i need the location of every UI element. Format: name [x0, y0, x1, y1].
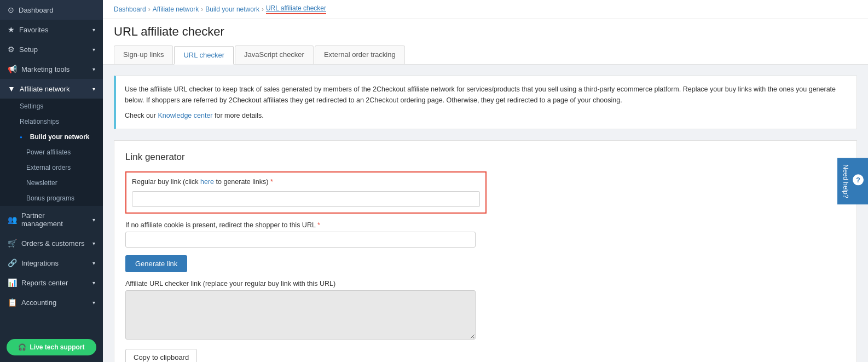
chevron-down-icon: ▾: [92, 240, 95, 246]
chevron-down-icon: ▾: [92, 47, 95, 53]
breadcrumb-sep: ›: [148, 5, 151, 13]
sidebar-item-power-affiliates[interactable]: Power affiliates: [0, 145, 103, 160]
sidebar-item-label: Reports center: [21, 279, 68, 287]
tab-external-order-tracking[interactable]: External order tracking: [315, 45, 405, 64]
copy-btn-container: Copy to clipboard: [125, 349, 846, 362]
tab-url-checker[interactable]: URL checker: [174, 46, 234, 65]
breadcrumb-sep: ›: [262, 5, 264, 13]
help-button[interactable]: ? Need help?: [837, 158, 868, 204]
form-section-title: Link generator: [125, 152, 846, 163]
breadcrumb-sep: ›: [201, 5, 203, 13]
sidebar-item-label: Dashboard: [19, 6, 54, 14]
sidebar-item-label: External orders: [26, 164, 71, 171]
live-support-button[interactable]: 🎧 Live tech support: [7, 339, 96, 355]
partner-icon: 👥: [8, 215, 17, 224]
sidebar-item-bonus-programs[interactable]: Bonus programs: [0, 191, 103, 206]
copy-to-clipboard-button[interactable]: Copy to clipboard: [125, 349, 197, 362]
breadcrumb-affiliate-network[interactable]: Affiliate network: [153, 5, 199, 13]
sidebar-item-label: Marketing tools: [21, 65, 70, 73]
knowledge-center-link[interactable]: Knowledge center: [158, 112, 212, 119]
support-icon: 🎧: [18, 343, 26, 351]
sidebar-item-relationships[interactable]: Relationships: [0, 114, 103, 129]
generate-btn-container: Generate link: [125, 255, 846, 272]
field1-required: *: [270, 178, 273, 186]
sidebar-item-accounting[interactable]: 📋 Accounting ▾: [0, 292, 103, 312]
tabs: Sign-up links URL checker JavaScript che…: [114, 45, 857, 64]
chevron-down-icon: ▾: [92, 280, 95, 286]
sidebar-item-label: Power affiliates: [26, 148, 71, 156]
sidebar-item-integrations[interactable]: 🔗 Integrations ▾: [0, 253, 103, 273]
sidebar-item-label: Settings: [20, 102, 43, 110]
field2-container: If no affiliate cookie is present, redir…: [125, 221, 846, 248]
orders-icon: 🛒: [8, 239, 17, 248]
sidebar-item-affiliate-network[interactable]: ▼ Affiliate network ▾: [0, 79, 103, 99]
sidebar-item-label: Build your network: [30, 133, 90, 141]
sidebar-item-label: Setup: [19, 45, 38, 54]
sidebar-item-label: Accounting: [21, 298, 56, 307]
sidebar-item-label: Relationships: [20, 118, 59, 125]
sidebar-item-build-your-network[interactable]: Build your network: [0, 129, 103, 145]
content-area: Use the affiliate URL checker to keep tr…: [103, 65, 868, 362]
info-box: Use the affiliate URL checker to keep tr…: [114, 76, 857, 129]
chevron-down-icon: ▾: [92, 217, 95, 223]
sidebar: ⊙ Dashboard ★ Favorites ▾ ⚙ Setup ▾ 📢 Ma…: [0, 0, 103, 362]
field1-input[interactable]: [132, 191, 480, 207]
chevron-down-icon: ▾: [92, 27, 95, 33]
chevron-down-icon: ▾: [92, 300, 95, 306]
sidebar-item-label: Partner management: [21, 211, 88, 228]
sidebar-item-newsletter[interactable]: Newsletter: [0, 175, 103, 191]
form-section: Link generator Regular buy link (click h…: [114, 140, 857, 362]
tab-signup-links[interactable]: Sign-up links: [114, 45, 173, 64]
field1-container: Regular buy link (click here to generate…: [125, 171, 487, 214]
field1-label: Regular buy link (click here to generate…: [132, 178, 480, 186]
integrations-icon: 🔗: [8, 258, 17, 267]
sidebar-item-dashboard[interactable]: ⊙ Dashboard: [0, 0, 103, 20]
live-support-label: Live tech support: [30, 343, 84, 351]
setup-icon: ⚙: [8, 45, 15, 54]
help-icon: ?: [853, 174, 864, 185]
sidebar-item-external-orders[interactable]: External orders: [0, 160, 103, 175]
sidebar-item-orders-customers[interactable]: 🛒 Orders & customers ▾: [0, 233, 103, 253]
generate-link-button[interactable]: Generate link: [125, 255, 187, 272]
breadcrumb: Dashboard › Affiliate network › Build yo…: [103, 0, 868, 19]
output-container: Affiliate URL checker link (replace your…: [125, 280, 846, 341]
breadcrumb-dashboard[interactable]: Dashboard: [114, 5, 146, 13]
sidebar-item-favorites[interactable]: ★ Favorites ▾: [0, 20, 103, 39]
affiliate-icon: ▼: [8, 84, 15, 93]
sidebar-item-setup[interactable]: ⚙ Setup ▾: [0, 39, 103, 59]
chevron-down-icon: ▾: [92, 86, 95, 92]
sidebar-item-label: Affiliate network: [20, 85, 70, 93]
sidebar-item-label: Newsletter: [26, 179, 57, 187]
reports-icon: 📊: [8, 278, 17, 287]
sidebar-item-marketing-tools[interactable]: 📢 Marketing tools ▾: [0, 59, 103, 79]
field2-input[interactable]: [125, 232, 476, 248]
sidebar-item-label: Orders & customers: [21, 239, 85, 248]
sidebar-item-settings[interactable]: Settings: [0, 99, 103, 114]
output-textarea[interactable]: [125, 290, 476, 340]
tab-javascript-checker[interactable]: JavaScript checker: [235, 45, 314, 64]
page-header: URL affiliate checker Sign-up links URL …: [103, 19, 868, 65]
sidebar-item-partner-management[interactable]: 👥 Partner management ▾: [0, 206, 103, 233]
info-link-line: Check our Knowledge center for more deta…: [125, 110, 848, 121]
help-label: Need help?: [842, 164, 849, 198]
sidebar-bottom: 🎧 Live tech support: [0, 332, 103, 362]
breadcrumb-current: URL affiliate checker: [266, 4, 326, 14]
sidebar-item-reports-center[interactable]: 📊 Reports center ▾: [0, 273, 103, 292]
marketing-icon: 📢: [8, 65, 17, 73]
page-title: URL affiliate checker: [114, 25, 857, 39]
favorites-icon: ★: [8, 25, 15, 34]
field2-label: If no affiliate cookie is present, redir…: [125, 221, 846, 229]
affiliate-submenu: Settings Relationships Build your networ…: [0, 99, 103, 206]
sidebar-item-label: Favorites: [19, 26, 48, 34]
generate-links-link[interactable]: here: [200, 178, 214, 186]
info-text: Use the affiliate URL checker to keep tr…: [125, 84, 848, 106]
sidebar-item-label: Bonus programs: [26, 194, 74, 202]
chevron-down-icon: ▾: [92, 66, 95, 72]
accounting-icon: 📋: [8, 298, 17, 307]
dashboard-icon: ⊙: [8, 5, 14, 14]
field2-required: *: [317, 221, 320, 229]
chevron-down-icon: ▾: [92, 260, 95, 266]
sidebar-item-label: Integrations: [21, 259, 59, 267]
breadcrumb-build-your-network[interactable]: Build your network: [205, 5, 259, 13]
output-label: Affiliate URL checker link (replace your…: [125, 280, 846, 288]
